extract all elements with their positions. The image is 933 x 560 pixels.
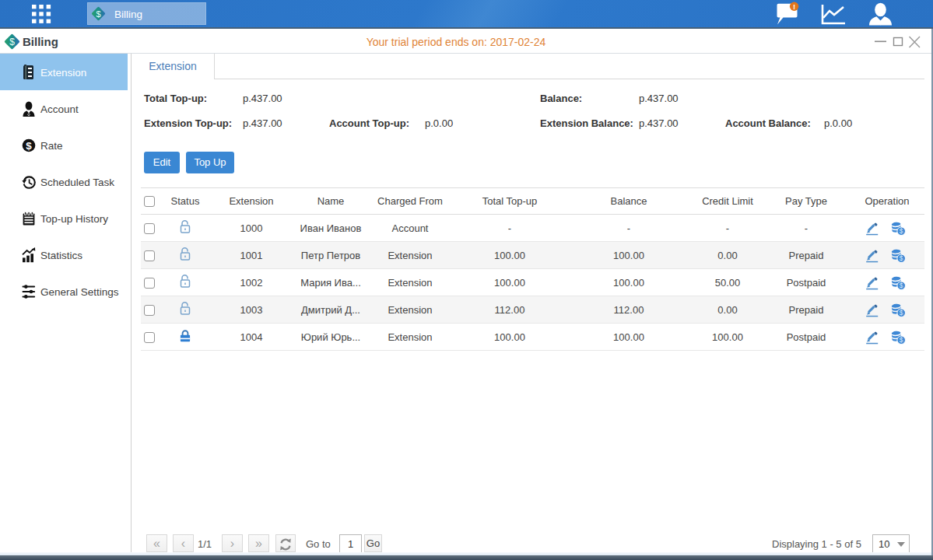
svg-text:!: ! — [793, 2, 795, 11]
svg-text:$: $ — [899, 254, 903, 262]
svg-text:$: $ — [26, 140, 32, 152]
svg-text:$: $ — [899, 227, 903, 235]
svg-text:$: $ — [899, 336, 903, 344]
svg-text:$: $ — [96, 9, 100, 19]
svg-text:$: $ — [899, 282, 903, 289]
svg-text:$: $ — [899, 309, 903, 317]
